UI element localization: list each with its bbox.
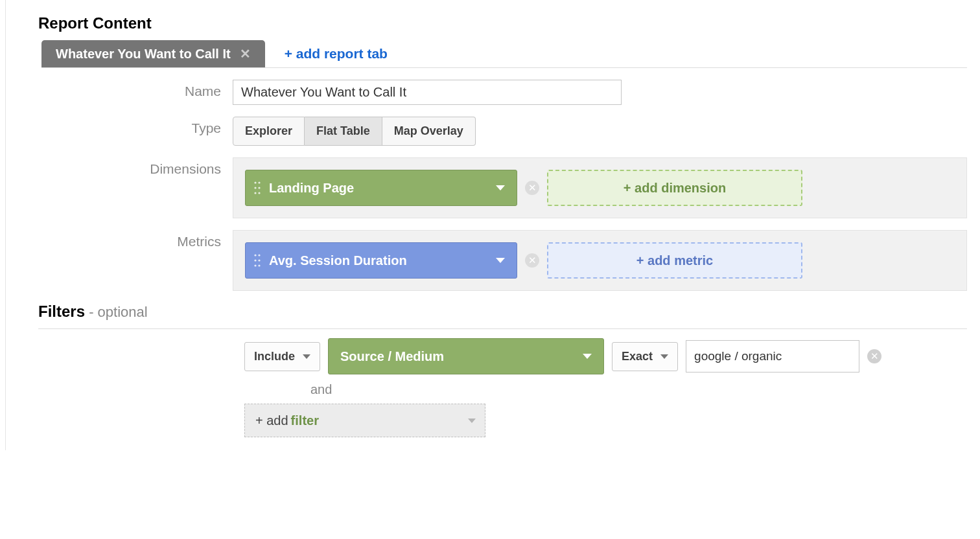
name-label: Name	[19, 80, 233, 99]
chevron-down-icon	[660, 354, 668, 359]
dimension-pill[interactable]: Landing Page	[245, 170, 517, 206]
filter-include-label: Include	[254, 350, 295, 363]
type-label: Type	[19, 117, 233, 136]
svg-point-2	[254, 187, 256, 189]
add-dimension-button[interactable]: + add dimension	[547, 170, 802, 206]
dimensions-container: Landing Page ✕ + add dimension	[233, 157, 967, 218]
filter-row: Include Source / Medium Exact ✕	[244, 338, 967, 374]
filter-and-label: and	[310, 382, 967, 397]
drag-handle-icon[interactable]	[253, 180, 261, 196]
remove-filter-button[interactable]: ✕	[867, 349, 881, 363]
svg-point-10	[254, 264, 256, 266]
type-button-group: Explorer Flat Table Map Overlay	[233, 117, 476, 146]
add-metric-button[interactable]: + add metric	[547, 242, 802, 279]
svg-point-4	[254, 192, 256, 194]
type-option-flat-table[interactable]: Flat Table	[305, 117, 382, 146]
add-filter-word: filter	[291, 413, 319, 428]
add-filter-prefix: + add	[255, 413, 288, 428]
metrics-label: Metrics	[19, 230, 233, 249]
svg-point-5	[258, 192, 260, 194]
dimensions-label: Dimensions	[19, 157, 233, 177]
report-tab-label: Whatever You Want to Call It	[56, 47, 231, 62]
metrics-container: Avg. Session Duration ✕ + add metric	[233, 230, 967, 291]
chevron-down-icon	[468, 419, 476, 423]
filter-field-label: Source / Medium	[340, 349, 444, 364]
filter-field-pill[interactable]: Source / Medium	[328, 338, 604, 374]
metric-pill-label: Avg. Session Duration	[269, 253, 407, 268]
chevron-down-icon	[303, 354, 310, 359]
svg-point-9	[258, 259, 260, 261]
svg-point-3	[258, 187, 260, 189]
filters-optional-text: - optional	[85, 304, 148, 320]
report-content-header: Report Content	[38, 14, 967, 32]
type-option-explorer[interactable]: Explorer	[233, 117, 305, 146]
svg-point-11	[258, 264, 260, 266]
svg-point-0	[254, 181, 256, 183]
report-tabs-row: Whatever You Want to Call It ✕ + add rep…	[41, 40, 967, 68]
metric-pill[interactable]: Avg. Session Duration	[245, 242, 517, 279]
filters-header: Filters - optional	[38, 303, 967, 321]
remove-metric-button[interactable]: ✕	[525, 253, 539, 268]
add-report-tab-link[interactable]: + add report tab	[285, 46, 388, 67]
chevron-down-icon	[583, 354, 592, 359]
remove-dimension-button[interactable]: ✕	[525, 181, 539, 195]
svg-point-7	[258, 254, 260, 256]
report-tab-active[interactable]: Whatever You Want to Call It ✕	[41, 40, 265, 67]
drag-handle-icon[interactable]	[253, 253, 261, 268]
filter-match-select[interactable]: Exact	[612, 342, 678, 371]
close-icon[interactable]: ✕	[240, 46, 251, 62]
chevron-down-icon	[496, 258, 505, 263]
chevron-down-icon	[496, 185, 505, 190]
filter-match-label: Exact	[622, 350, 653, 363]
dimension-pill-label: Landing Page	[269, 181, 354, 196]
divider	[38, 328, 967, 329]
add-filter-button[interactable]: + add filter	[244, 404, 485, 437]
type-option-map-overlay[interactable]: Map Overlay	[382, 117, 476, 146]
filter-value-input[interactable]	[686, 340, 859, 373]
filter-include-select[interactable]: Include	[244, 342, 320, 371]
svg-point-6	[254, 254, 256, 256]
name-input[interactable]	[233, 80, 622, 105]
svg-point-1	[258, 181, 260, 183]
svg-point-8	[254, 259, 256, 261]
